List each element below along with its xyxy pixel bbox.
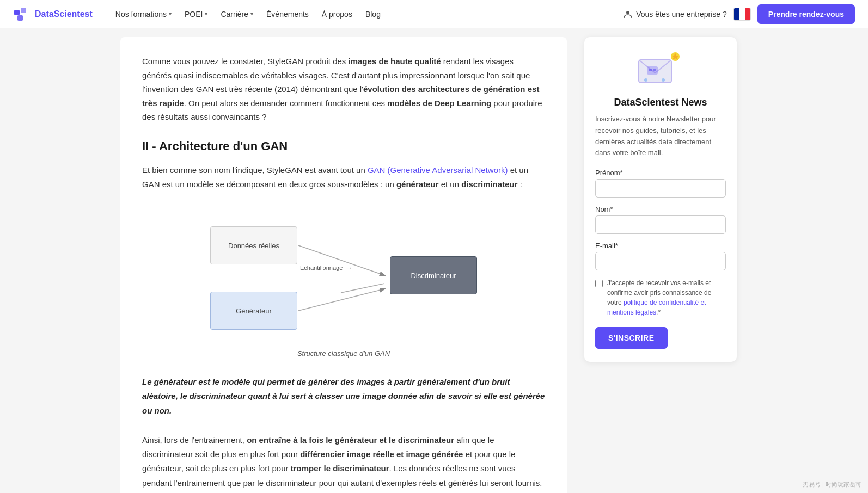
arrow-right-icon: → — [345, 263, 352, 272]
diagram-container: Données réelles Générateur Discriminateu… — [142, 205, 545, 358]
svg-rect-0 — [14, 10, 20, 15]
subscribe-button[interactable]: S'INSCRIRE — [595, 327, 668, 349]
bold-differencier: différencier image réelle et image génér… — [300, 449, 463, 459]
nav-apropos[interactable]: À propos — [316, 7, 358, 22]
enterprise-link[interactable]: Vous êtes une entreprise ? — [623, 9, 727, 19]
newsletter-description: Inscrivez-vous à notre Newsletter pour r… — [595, 114, 726, 159]
svg-rect-1 — [21, 8, 26, 13]
discriminateur-term: discriminateur — [461, 180, 517, 189]
svg-line-6 — [341, 284, 384, 293]
nav-poei[interactable]: POEI ▾ — [179, 7, 213, 22]
email-field: E-mail* — [595, 242, 726, 270]
svg-point-3 — [626, 11, 629, 14]
prenom-input[interactable] — [595, 179, 726, 198]
donnees-box: Données réelles — [210, 226, 297, 264]
generateur-box: Générateur — [210, 292, 297, 330]
chevron-down-icon: ▾ — [169, 11, 172, 17]
newsletter-icon-wrap — [595, 50, 726, 88]
nav-carriere[interactable]: Carrière ▾ — [215, 7, 259, 22]
logo-icon — [13, 5, 30, 23]
body-paragraph-2: Ainsi, lors de l'entrainement, on entraî… — [142, 433, 545, 493]
body-paragraph-1: Et bien comme son nom l'indique, StyleGA… — [142, 163, 545, 192]
svg-point-10 — [644, 78, 647, 82]
privacy-link[interactable]: politique de confidentialité et mentions… — [607, 299, 706, 316]
section-heading: II - Architecture d'un GAN — [142, 139, 545, 153]
enterprise-icon — [623, 9, 633, 19]
bold-tromper: tromper le discriminateur — [291, 464, 389, 473]
nom-input[interactable] — [595, 215, 726, 234]
diagram-caption: Structure classique d'un GAN — [297, 349, 390, 358]
email-input[interactable] — [595, 252, 726, 270]
watermark: 刃易号 | 时尚玩家岳可 — [803, 480, 861, 489]
svg-rect-13 — [649, 69, 652, 71]
nav-formations[interactable]: Nos formations ▾ — [110, 7, 177, 22]
intro-bold-3: modèles de Deep Learning — [387, 98, 491, 108]
svg-point-11 — [662, 78, 665, 82]
navbar: DataScientest Nos formations ▾ POEI ▾ Ca… — [0, 0, 868, 28]
sidebar: DataScientest News Inscrivez-vous à notr… — [584, 37, 737, 493]
chevron-down-icon: ▾ — [250, 11, 253, 17]
nom-field: Nom* — [595, 205, 726, 234]
newsletter-title: DataScientest News — [595, 97, 726, 108]
prenom-field: Prénom* — [595, 169, 726, 198]
blockquote: Le générateur est le modèle qui permet d… — [142, 375, 545, 418]
consent-row: J'accepte de recevoir vos e-mails et con… — [595, 278, 726, 317]
echantillonnage-label: Echantillonnage → — [300, 263, 352, 272]
page-wrapper: Comme vous pouvez le constater, StyleGAN… — [107, 0, 761, 493]
language-flag[interactable] — [733, 8, 751, 21]
nom-label: Nom* — [595, 205, 726, 213]
nav-links: Nos formations ▾ POEI ▾ Carrière ▾ Événe… — [110, 7, 386, 22]
bold-entrainement: on entraîne à la fois le générateur et l… — [247, 435, 454, 445]
navbar-right: Vous êtes une entreprise ? Prendre rende… — [623, 4, 855, 24]
prenom-label: Prénom* — [595, 169, 726, 177]
generateur-term: générateur — [396, 180, 439, 189]
navbar-left: DataScientest Nos formations ▾ POEI ▾ Ca… — [13, 5, 386, 23]
svg-line-5 — [298, 289, 384, 311]
newsletter-icon — [636, 50, 685, 88]
chevron-down-icon: ▾ — [205, 11, 207, 17]
svg-rect-12 — [647, 66, 658, 75]
newsletter-card: DataScientest News Inscrivez-vous à notr… — [584, 37, 737, 362]
intro-paragraph: Comme vous pouvez le constater, StyleGAN… — [142, 54, 545, 124]
logo-text: DataScientest — [35, 9, 93, 19]
gan-link[interactable]: GAN (Generative Adversarial Network) — [368, 165, 508, 175]
svg-rect-14 — [653, 69, 656, 71]
logo[interactable]: DataScientest — [13, 5, 93, 23]
nav-evenements[interactable]: Événements — [261, 7, 314, 22]
email-label: E-mail* — [595, 242, 726, 250]
nav-blog[interactable]: Blog — [360, 7, 386, 22]
intro-bold-1: images de haute qualité — [349, 57, 441, 66]
cta-button[interactable]: Prendre rendez-vous — [757, 4, 855, 24]
consent-checkbox[interactable] — [595, 280, 603, 287]
consent-label: J'accepte de recevoir vos e-mails et con… — [607, 278, 726, 317]
svg-rect-2 — [17, 15, 23, 21]
discriminateur-box: Discriminateur — [390, 256, 477, 294]
gan-diagram: Données réelles Générateur Discriminateu… — [199, 205, 488, 346]
main-content: Comme vous pouvez le constater, StyleGAN… — [120, 37, 567, 493]
